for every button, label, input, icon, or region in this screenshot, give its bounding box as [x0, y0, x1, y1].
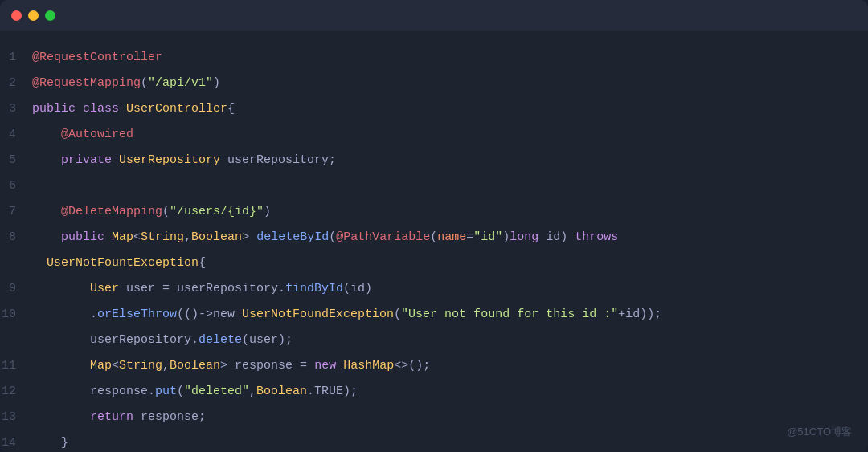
line-content: return response;: [32, 405, 868, 430]
code-editor-window: 1 @RequestController 2 @RequestMapping("…: [0, 0, 868, 452]
code-line-11: 11 Map<String,Boolean> response = new Ha…: [0, 353, 868, 379]
traffic-lights: [11, 10, 55, 21]
line-content: userRepository.delete(user);: [32, 328, 868, 352]
line-number: 13: [0, 405, 32, 430]
line-content: }: [32, 431, 868, 452]
code-line-7: 7 @DeleteMapping("/users/{id}"): [0, 199, 868, 225]
line-number: 14: [0, 431, 32, 452]
line-content: @DeleteMapping("/users/{id}"): [32, 200, 868, 224]
line-content: public Map<String,Boolean> deleteById(@P…: [32, 226, 868, 250]
line-number: 4: [0, 123, 32, 147]
app-window: 1 @RequestController 2 @RequestMapping("…: [0, 0, 868, 452]
code-line-2: 2 @RequestMapping("/api/v1"): [0, 71, 868, 96]
line-number: 6: [0, 174, 32, 198]
code-line-9: 9 User user = userRepository.findById(id…: [0, 276, 868, 302]
line-number: 10: [0, 303, 32, 327]
line-number: 2: [0, 71, 32, 96]
code-line-3: 3 public class UserController{: [0, 96, 868, 122]
code-line-13: 13 return response;: [0, 405, 868, 430]
line-number: 5: [0, 149, 32, 173]
code-line-10b: userRepository.delete(user);: [0, 328, 868, 353]
line-content: Map<String,Boolean> response = new HashM…: [32, 354, 868, 378]
line-number: 11: [0, 354, 32, 378]
line-number: 3: [0, 97, 32, 121]
code-line-12: 12 response.put("deleted",Boolean.TRUE);: [0, 379, 868, 405]
code-line-8: 8 public Map<String,Boolean> deleteById(…: [0, 225, 868, 250]
code-line-8b: UserNotFountException{: [0, 250, 868, 276]
line-content: @Autowired: [32, 123, 868, 147]
code-line-6: 6: [0, 173, 868, 199]
code-line-5: 5 private UserRepository userRepository;: [0, 148, 868, 173]
code-line-14: 14 }: [0, 430, 868, 452]
line-number: 8: [0, 226, 32, 250]
code-line-1: 1 @RequestController: [0, 45, 868, 71]
line-content: @RequestController: [32, 46, 868, 70]
line-content: User user = userRepository.findById(id): [32, 277, 868, 301]
close-button[interactable]: [11, 10, 22, 21]
line-number: 1: [0, 46, 32, 70]
code-line-4: 4 @Autowired: [0, 122, 868, 148]
line-content: private UserRepository userRepository;: [32, 149, 868, 173]
titlebar: [0, 0, 868, 31]
line-number: 7: [0, 200, 32, 224]
line-content: .orElseThrow(()->new UserNotFoundExcepti…: [32, 303, 868, 327]
maximize-button[interactable]: [45, 10, 55, 21]
line-content: @RequestMapping("/api/v1"): [32, 71, 868, 96]
line-number: 9: [0, 277, 32, 301]
line-content: UserNotFountException{: [32, 251, 868, 275]
code-line-10: 10 .orElseThrow(()->new UserNotFoundExce…: [0, 302, 868, 328]
line-content: public class UserController{: [32, 97, 868, 121]
code-area: 1 @RequestController 2 @RequestMapping("…: [0, 31, 868, 452]
minimize-button[interactable]: [28, 10, 39, 21]
line-content: response.put("deleted",Boolean.TRUE);: [32, 380, 868, 404]
watermark: @51CTO博客: [787, 425, 852, 439]
line-number: 12: [0, 380, 32, 404]
